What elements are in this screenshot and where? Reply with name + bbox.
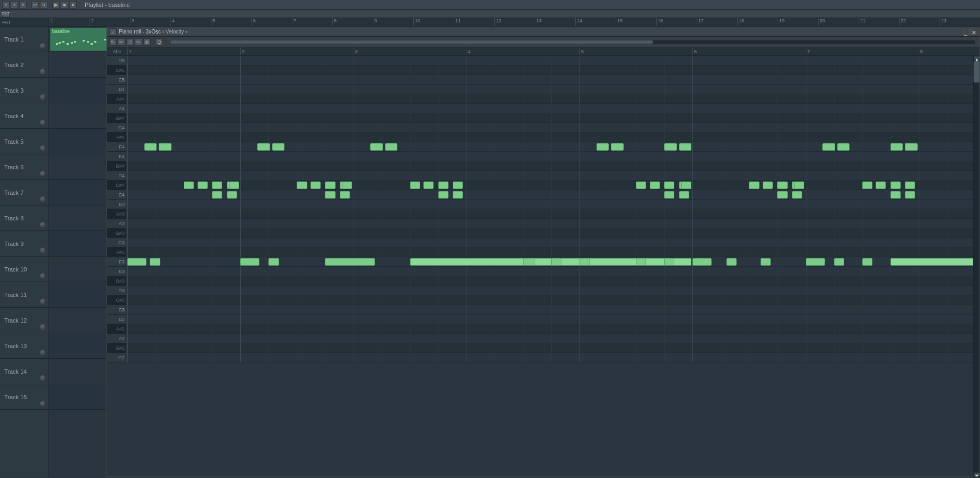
- piano-key-G3[interactable]: G3: [107, 238, 126, 248]
- pr-vscroll-down[interactable]: ▼: [974, 473, 979, 476]
- note-F4-4.75: [664, 143, 676, 151]
- track-knob-1[interactable]: [40, 43, 45, 48]
- pr-hscroll[interactable]: [170, 40, 975, 44]
- main-content: bassline ♪ Piano roll - 3xOsc › Velocity…: [49, 27, 980, 477]
- piano-key-C4[interactable]: C4: [107, 190, 126, 200]
- toolbar-btn-save[interactable]: ▪: [19, 1, 27, 9]
- ruler-mark-6: 6: [251, 18, 256, 26]
- pr-tool-quantize[interactable]: Q: [156, 38, 163, 46]
- note-Cs4-5.75: [777, 182, 787, 189]
- piano-key-G2[interactable]: G2: [107, 353, 126, 362]
- grid-row-Ds3: [127, 276, 973, 286]
- piano-key-As3[interactable]: A#3: [107, 209, 126, 219]
- toolbar-btn-stop[interactable]: ■: [61, 1, 68, 9]
- pr-ruler-mark-3: 3: [354, 47, 358, 55]
- pr-ruler-mark-2: 2: [240, 47, 244, 55]
- track-knob-15[interactable]: [40, 401, 45, 406]
- track-knob-2[interactable]: [40, 69, 45, 74]
- note-C4-6.88: [905, 191, 915, 199]
- pr-vscroll-thumb: [974, 61, 979, 83]
- track-knob-13[interactable]: [40, 350, 45, 355]
- track-knob-8[interactable]: [40, 222, 45, 227]
- note-F4-2.15: [370, 143, 382, 151]
- toolbar-btn-new[interactable]: ▪: [2, 1, 10, 9]
- piano-roll-grid[interactable]: [127, 56, 973, 362]
- toolbar-btn-play[interactable]: ▶: [52, 1, 60, 9]
- piano-key-E4[interactable]: E4: [107, 152, 126, 161]
- piano-key-Gs4[interactable]: G#4: [107, 113, 126, 123]
- track-knob-10[interactable]: [40, 273, 45, 278]
- piano-key-F3[interactable]: F3: [107, 257, 126, 267]
- piano-key-Fs4[interactable]: F#4: [107, 133, 126, 142]
- piano-key-G4[interactable]: G4: [107, 123, 126, 133]
- grid-row-B4: [127, 85, 973, 94]
- track-knob-5[interactable]: [40, 145, 45, 151]
- pr-tool-draw[interactable]: ✏: [118, 38, 125, 46]
- piano-key-Gs3[interactable]: G#3: [107, 228, 126, 238]
- track-knob-3[interactable]: [40, 94, 45, 100]
- grid-row-A3: [127, 219, 973, 228]
- grid-row-G2: [127, 353, 973, 362]
- track-knob-4[interactable]: [40, 120, 45, 125]
- piano-key-D4[interactable]: D4: [107, 171, 126, 180]
- piano-key-Cs4[interactable]: C#4: [107, 180, 126, 190]
- grid-subline-3-1: [495, 56, 495, 362]
- track-label-12: Track 12: [0, 308, 48, 333]
- playlist: Track 1Track 2Track 3Track 4Track 5Track…: [0, 27, 980, 477]
- note-F4-1.28: [272, 143, 284, 151]
- toolbar-sep-3: [79, 2, 79, 8]
- toolbar2-pat[interactable]: PAT: [2, 10, 10, 18]
- piano-key-B2[interactable]: B2: [107, 315, 126, 324]
- pr-tool-cut[interactable]: ✂: [135, 38, 142, 46]
- note-F3-5.3: [726, 258, 737, 266]
- toolbar-btn-undo[interactable]: ↩: [31, 1, 39, 9]
- piano-key-B3[interactable]: B3: [107, 200, 126, 209]
- toolbar-btn-redo[interactable]: ↪: [40, 1, 47, 9]
- toolbar-btn-open[interactable]: ▪: [11, 1, 18, 9]
- piano-key-C5[interactable]: C5: [107, 75, 126, 85]
- pr-close-btn[interactable]: ✕: [971, 29, 977, 35]
- piano-key-Cs3[interactable]: C#3: [107, 295, 126, 305]
- ruler-mark-23: 23: [940, 18, 946, 26]
- piano-key-Ds4[interactable]: D#4: [107, 161, 126, 171]
- piano-key-D3[interactable]: D3: [107, 286, 126, 295]
- piano-key-Fs3[interactable]: F#3: [107, 248, 126, 257]
- pr-velocity-arrow: ▾: [185, 30, 187, 35]
- piano-roll-titlebar: ♪ Piano roll - 3xOsc › Velocity ▾ _ ✕: [107, 27, 979, 37]
- track-knob-6[interactable]: [40, 171, 45, 176]
- toolbar-sep-1: [29, 2, 29, 8]
- note-F3-3.5: [523, 258, 535, 266]
- piano-key-D5[interactable]: D5: [107, 56, 126, 65]
- track-knob-14[interactable]: [40, 375, 45, 381]
- grid-subline-1-3: [325, 56, 325, 362]
- piano-key-Cs5[interactable]: C#5: [107, 65, 126, 75]
- piano-key-A3[interactable]: A3: [107, 219, 126, 228]
- track-knob-9[interactable]: [40, 248, 45, 253]
- pr-tool-erase[interactable]: ◻: [126, 38, 134, 46]
- piano-key-As2[interactable]: A#2: [107, 324, 126, 334]
- piano-key-E3[interactable]: E3: [107, 267, 126, 276]
- piano-key-C3[interactable]: C3: [107, 305, 126, 315]
- toolbar-btn-record[interactable]: ●: [69, 1, 77, 9]
- piano-key-Gs2[interactable]: G#2: [107, 343, 126, 353]
- pr-tool-zoom[interactable]: ⊕: [143, 38, 151, 46]
- track-knob-12[interactable]: [40, 324, 45, 329]
- piano-key-As4[interactable]: A#4: [107, 94, 126, 104]
- piano-key-A4[interactable]: A4: [107, 104, 126, 113]
- note-C4-0.88: [227, 191, 237, 199]
- pr-vscroll[interactable]: ▲ ▼: [973, 56, 979, 476]
- note-F3-1.75: [325, 258, 375, 266]
- note-Cs4-4.62: [650, 182, 660, 189]
- piano-key-Ds3[interactable]: D#3: [107, 276, 126, 286]
- piano-key-A2[interactable]: A2: [107, 334, 126, 343]
- track-knob-7[interactable]: [40, 196, 45, 202]
- track-knob-11[interactable]: [40, 299, 45, 304]
- pr-toolbar-sep-1: [153, 39, 153, 45]
- piano-key-F4[interactable]: F4: [107, 142, 126, 152]
- pr-minimize-btn[interactable]: _: [963, 29, 970, 35]
- piano-key-B4[interactable]: B4: [107, 85, 126, 94]
- grid-subline-4-3: [664, 56, 665, 362]
- pr-tool-select[interactable]: ↖: [109, 38, 117, 46]
- grid-row-G4: [127, 123, 973, 133]
- pr-vscroll-up[interactable]: ▲: [974, 56, 979, 60]
